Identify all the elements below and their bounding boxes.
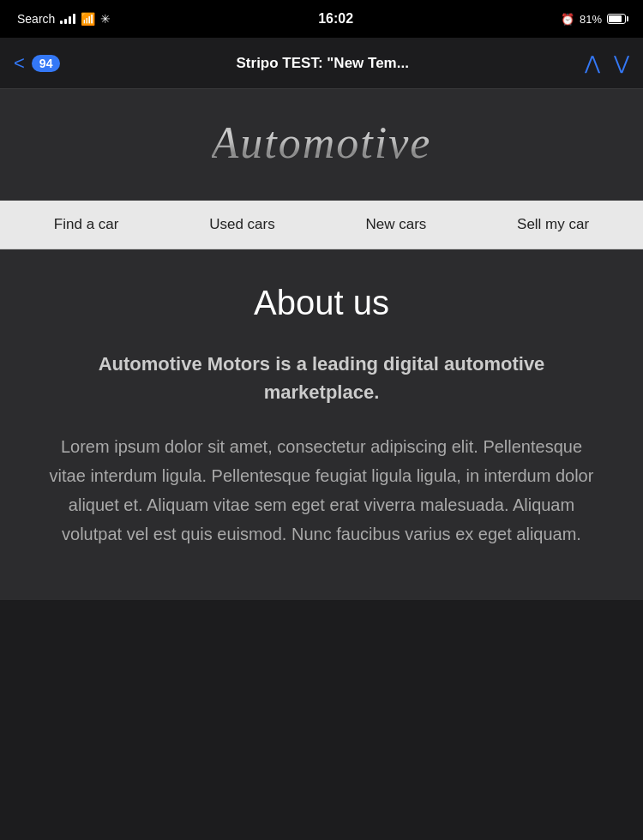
alarm-icon: ⏰ — [561, 13, 574, 26]
nav-down-button[interactable]: ⋁ — [614, 54, 629, 73]
email-header: Automotive — [0, 89, 643, 201]
about-title: About us — [34, 284, 609, 322]
nav-item-find-a-car[interactable]: Find a car — [54, 216, 119, 233]
nav-arrows: ⋀ ⋁ — [585, 54, 629, 73]
nav-item-new-cars[interactable]: New cars — [365, 216, 426, 233]
battery-percentage: 81% — [580, 13, 602, 26]
activity-icon: ✳ — [100, 12, 111, 26]
nav-up-button[interactable]: ⋀ — [585, 54, 600, 73]
about-tagline: Automotive Motors is a leading digital a… — [34, 350, 609, 406]
nav-title: Stripo TEST: "New Tem... — [70, 55, 574, 72]
chevron-left-icon: < — [14, 54, 25, 73]
back-button[interactable]: < 94 — [14, 54, 60, 73]
email-nav-menu: Find a car Used cars New cars Sell my ca… — [0, 201, 643, 249]
nav-bar: < 94 Stripo TEST: "New Tem... ⋀ ⋁ — [0, 38, 643, 89]
battery-icon — [607, 14, 626, 24]
signal-bars — [60, 14, 75, 24]
nav-item-used-cars[interactable]: Used cars — [209, 216, 275, 233]
status-left: Search 📶 ✳ — [17, 12, 111, 26]
about-section: About us Automotive Motors is a leading … — [0, 249, 643, 600]
status-time: 16:02 — [318, 11, 353, 27]
nav-item-sell-my-car[interactable]: Sell my car — [517, 216, 589, 233]
status-right: ⏰ 81% — [561, 13, 626, 26]
automotive-logo: Automotive — [212, 117, 432, 168]
about-body-text: Lorem ipsum dolor sit amet, consectetur … — [34, 432, 609, 549]
wifi-icon: 📶 — [81, 12, 95, 26]
back-count-badge: 94 — [32, 55, 61, 72]
carrier-label: Search — [17, 12, 55, 26]
status-bar: Search 📶 ✳ 16:02 ⏰ 81% — [0, 0, 643, 38]
